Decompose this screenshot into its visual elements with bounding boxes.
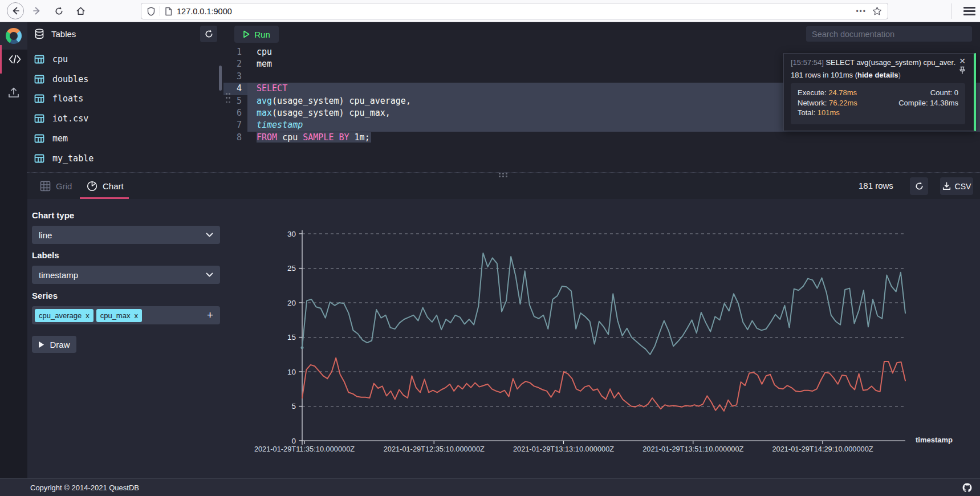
notification-stats-box: Execute: 24.78msCount: 0Network: 76.22ms… (791, 83, 965, 124)
home-icon (76, 6, 86, 16)
chevron-down-icon (206, 273, 213, 277)
rail-item-import[interactable] (0, 78, 27, 107)
browser-menu-button[interactable] (963, 7, 975, 15)
summary-suffix: ) (898, 71, 901, 79)
grid-icon (40, 181, 51, 192)
hide-details-link[interactable]: hide details (857, 71, 898, 79)
stat-label: Total: (798, 108, 815, 117)
github-icon[interactable] (962, 483, 972, 495)
line-number: 6 (223, 107, 247, 119)
tab-chart-label: Chart (103, 181, 124, 191)
shield-permissions-icon (147, 7, 155, 16)
code-icon (9, 55, 21, 64)
labels-label: Labels (32, 250, 59, 260)
arrow-right-icon (32, 6, 42, 15)
table-list-item[interactable]: my_table (27, 150, 223, 167)
panel-splitter-handle[interactable] (226, 93, 231, 104)
search-documentation-input[interactable] (806, 26, 972, 42)
chart-type-select[interactable]: line (32, 226, 220, 244)
line-number: 8 (223, 132, 247, 144)
table-list-item[interactable]: doubles (27, 71, 223, 88)
stat-row: Total: 101ms (798, 108, 958, 118)
tab-chart[interactable]: Chart (87, 173, 124, 199)
toolbar-divider (951, 3, 951, 19)
series-input[interactable]: cpu_averagexcpu_maxx+ (32, 306, 220, 324)
series-tag-label: cpu_max (100, 311, 131, 320)
draw-button[interactable]: Draw (32, 336, 76, 353)
pie-chart-icon (87, 181, 97, 192)
notification-timestamp: [15:57:54] (791, 58, 824, 67)
table-name: iot.csv (52, 113, 88, 124)
tables-panel-header: Tables (27, 22, 223, 45)
series-tag-label: cpu_average (39, 311, 82, 320)
add-series-button[interactable]: + (207, 309, 217, 322)
url-divider (160, 6, 160, 16)
table-list-item[interactable]: iot.csv (27, 110, 223, 127)
csv-download-button[interactable]: CSV (940, 177, 973, 195)
remove-tag-icon[interactable]: x (134, 311, 138, 320)
notification-pin-icon[interactable] (959, 66, 966, 76)
chevron-down-icon (206, 233, 213, 237)
play-icon (38, 341, 44, 348)
browser-home-button[interactable] (72, 2, 89, 19)
line-number: 1 (223, 46, 247, 58)
page-actions-icon[interactable]: ••• (856, 7, 867, 15)
active-tab-indicator (80, 197, 129, 199)
upload-icon (8, 87, 19, 98)
series-tag[interactable]: cpu_averagex (35, 309, 93, 322)
questdb-logo-icon (6, 28, 22, 44)
stat-value: 101ms (818, 108, 840, 117)
browser-reload-button[interactable] (50, 2, 67, 19)
arrow-left-icon (11, 6, 20, 15)
bookmark-star-icon[interactable] (872, 6, 882, 16)
database-icon (34, 29, 44, 39)
rail-item-console[interactable] (0, 45, 27, 74)
questdb-console-window: 127.0.0.1:9000 ••• Tables cpudoublesfloa… (0, 0, 980, 496)
table-name: mem (52, 133, 68, 144)
chart-type-label: Chart type (32, 210, 74, 220)
series-label: Series (32, 291, 58, 300)
results-splitter-handle[interactable] (497, 173, 510, 177)
code-line: 8FROM cpu SAMPLE BY 1m; (223, 132, 980, 144)
line-number: 7 (223, 119, 247, 131)
reload-icon (54, 6, 64, 16)
table-name: cpu (52, 54, 68, 64)
footer: Copyright © 2014-2021 QuestDB (0, 478, 980, 496)
table-list-item[interactable]: floats (27, 90, 223, 107)
download-icon (942, 182, 951, 190)
tables-panel: Tables cpudoublesfloatsiot.csvmemmy_tabl… (27, 22, 223, 172)
remove-tag-icon[interactable]: x (86, 311, 90, 320)
row-count-label: 181 rows (859, 181, 893, 190)
stat-row: Execute: 24.78msCount: 0 (798, 88, 958, 98)
run-button[interactable]: Run (234, 26, 279, 43)
page-info-icon[interactable] (165, 7, 172, 16)
address-bar[interactable]: 127.0.0.1:9000 ••• (141, 3, 888, 19)
browser-toolbar: 127.0.0.1:9000 ••• (0, 0, 980, 22)
table-icon (34, 133, 44, 144)
results-refresh-button[interactable] (910, 177, 928, 195)
refresh-icon (914, 181, 924, 191)
draw-button-label: Draw (50, 340, 70, 349)
notification-close-icon[interactable]: ✕ (959, 57, 966, 65)
line-number: 3 (223, 71, 247, 83)
table-name: doubles (52, 74, 88, 84)
tables-panel-title: Tables (51, 29, 76, 39)
notification-summary: 181 rows in 101ms (hide details) (791, 71, 901, 79)
stat-label: Execute: (798, 88, 827, 97)
table-list-item[interactable]: cpu (27, 51, 223, 68)
labels-select[interactable]: timestamp (32, 266, 220, 284)
stat-value: 76.22ms (829, 99, 857, 107)
labels-value: timestamp (39, 270, 206, 280)
browser-forward-button[interactable] (29, 2, 46, 19)
chart-type-value: line (39, 230, 206, 240)
tables-scrollbar[interactable] (219, 66, 222, 91)
line-number: 2 (223, 58, 247, 70)
notification-title: [15:57:54] SELECT avg(usage_system) cpu_… (791, 58, 956, 67)
tab-grid[interactable]: Grid (40, 173, 72, 199)
table-list-item[interactable]: mem (27, 130, 223, 147)
browser-back-button[interactable] (7, 2, 24, 19)
side-rail-lower (0, 172, 27, 478)
table-icon (34, 113, 44, 124)
series-tag[interactable]: cpu_maxx (96, 309, 142, 322)
tables-refresh-button[interactable] (200, 26, 217, 42)
